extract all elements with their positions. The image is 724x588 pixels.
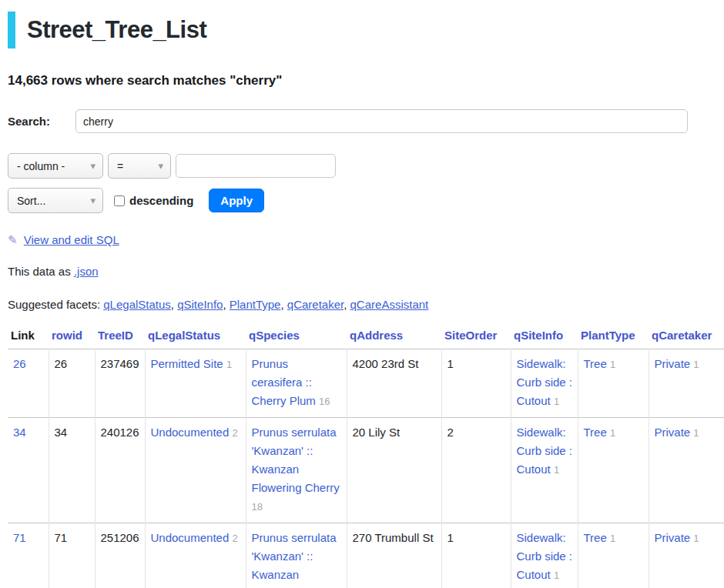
cell-treeid: 251206 <box>95 523 145 588</box>
site-info-link[interactable]: Sidewalk: Curb side : Cutout <box>517 531 573 581</box>
legal-status-link[interactable]: Permitted Site <box>151 357 223 370</box>
descending-checkbox[interactable] <box>114 195 125 206</box>
cell-address: 270 Trumbull St <box>347 523 441 588</box>
facet-count: 1 <box>554 570 559 581</box>
facet-count: 1 <box>610 533 615 544</box>
filter-row: - column - ▾ = ▾ <box>8 153 716 179</box>
sort-row: Sort... ▾ descending Apply <box>8 188 716 213</box>
facet-count: 1 <box>226 359 232 370</box>
row-link[interactable]: 71 <box>13 531 26 544</box>
plant-type-link[interactable]: Tree <box>584 426 607 439</box>
facet-count: 18 <box>252 501 263 513</box>
legal-status-link[interactable]: Undocumented <box>151 426 230 439</box>
data-as-text: This data as <box>8 265 71 278</box>
view-edit-sql-link[interactable]: View and edit SQL <box>24 233 119 246</box>
table-header-row: Link rowid TreeID qLegalStatus qSpecies … <box>8 326 724 349</box>
facet-separator: , <box>223 298 226 311</box>
cell-treeid: 237469 <box>95 349 145 418</box>
caretaker-link[interactable]: Private <box>655 357 691 370</box>
column-header-planttype[interactable]: PlantType <box>578 326 649 349</box>
sort-select-value: Sort... <box>17 195 45 207</box>
facet-separator: , <box>171 298 174 311</box>
column-header-qcaretaker[interactable]: qCaretaker <box>649 326 724 349</box>
column-select[interactable]: - column - ▾ <box>8 153 103 179</box>
data-export-row: This data as .json <box>8 265 716 278</box>
column-header-qsiteinfo[interactable]: qSiteInfo <box>511 326 578 349</box>
facets-prefix: Suggested facets: <box>8 298 100 311</box>
column-header-qaddress[interactable]: qAddress <box>347 326 441 349</box>
facet-count: 2 <box>232 427 237 439</box>
facet-count: 1 <box>693 427 699 439</box>
species-link[interactable]: Prunus serrulata 'Kwanzan' :: Kwanzan Fl… <box>252 426 340 494</box>
table-row: 26 26 237469 Permitted Site 1 Prunus cer… <box>8 349 724 418</box>
caretaker-link[interactable]: Private <box>655 531 691 544</box>
facet-count: 1 <box>554 464 559 476</box>
chevron-down-icon: ▾ <box>90 195 96 206</box>
facet-count: 16 <box>319 396 330 407</box>
column-header-link: Link <box>8 326 49 349</box>
cell-rowid: 26 <box>49 349 95 418</box>
plant-type-link[interactable]: Tree <box>584 531 607 544</box>
data-table: Link rowid TreeID qLegalStatus qSpecies … <box>8 326 724 588</box>
column-header-qspecies[interactable]: qSpecies <box>246 326 347 349</box>
caretaker-link[interactable]: Private <box>655 426 691 439</box>
facet-link-qcaretaker[interactable]: qCaretaker <box>287 298 344 311</box>
accent-bar <box>8 12 15 48</box>
facet-count: 1 <box>693 533 699 544</box>
facet-count: 1 <box>554 396 559 407</box>
operator-select-value: = <box>117 160 123 172</box>
column-select-value: - column - <box>17 160 65 172</box>
legal-status-link[interactable]: Undocumented <box>151 531 230 544</box>
sort-select[interactable]: Sort... ▾ <box>8 188 103 213</box>
species-link[interactable]: Prunus serrulata 'Kwanzan' :: Kwanzan Fl… <box>252 531 340 588</box>
cell-rowid: 34 <box>49 418 95 523</box>
column-header-qlegalstatus[interactable]: qLegalStatus <box>145 326 246 349</box>
facet-count: 1 <box>693 359 699 370</box>
column-header-siteorder[interactable]: SiteOrder <box>441 326 511 349</box>
apply-button[interactable]: Apply <box>209 189 264 212</box>
site-info-link[interactable]: Sidewalk: Curb side : Cutout <box>517 426 573 476</box>
cell-siteorder: 1 <box>441 523 511 588</box>
facet-count: 2 <box>232 533 237 544</box>
search-input[interactable] <box>75 109 688 133</box>
facet-link-qcareassistant[interactable]: qCareAssistant <box>350 298 429 311</box>
facets-row: Suggested facets: qLegalStatus, qSiteInf… <box>8 298 716 311</box>
sql-row: ✎ View and edit SQL <box>8 233 716 247</box>
pencil-icon: ✎ <box>8 233 18 246</box>
page-header: Street_Tree_List <box>8 12 716 48</box>
plant-type-link[interactable]: Tree <box>584 357 607 370</box>
cell-treeid: 240126 <box>95 418 145 523</box>
facet-link-planttype[interactable]: PlantType <box>230 298 281 311</box>
facet-count: 1 <box>610 359 615 370</box>
cell-siteorder: 1 <box>441 349 511 418</box>
filter-value-input[interactable] <box>176 154 336 178</box>
descending-label: descending <box>129 194 193 207</box>
cell-address: 20 Lily St <box>347 418 441 523</box>
json-link[interactable]: .json <box>74 265 99 278</box>
search-label: Search: <box>8 115 75 128</box>
rows-summary: 14,663 rows where search matches "cherry… <box>8 73 716 89</box>
column-header-treeid[interactable]: TreeID <box>95 326 145 349</box>
row-link[interactable]: 26 <box>13 357 26 370</box>
column-header-rowid[interactable]: rowid <box>49 326 95 349</box>
facet-link-qlegalstatus[interactable]: qLegalStatus <box>103 298 171 311</box>
table-row: 34 34 240126 Undocumented 2 Prunus serru… <box>8 418 724 523</box>
table-row: 71 71 251206 Undocumented 2 Prunus serru… <box>8 523 724 588</box>
operator-select[interactable]: = ▾ <box>108 153 171 179</box>
page-title: Street_Tree_List <box>27 12 206 48</box>
chevron-down-icon: ▾ <box>90 160 96 172</box>
facet-separator: , <box>344 298 347 311</box>
chevron-down-icon: ▾ <box>158 160 163 172</box>
cell-address: 4200 23rd St <box>347 349 441 418</box>
row-link[interactable]: 34 <box>13 426 26 439</box>
facet-separator: , <box>280 298 283 311</box>
species-link[interactable]: Prunus cerasifera :: Cherry Plum <box>252 357 316 407</box>
site-info-link[interactable]: Sidewalk: Curb side : Cutout <box>517 357 573 407</box>
cell-rowid: 71 <box>49 523 95 588</box>
facet-count: 1 <box>610 427 615 439</box>
facet-link-qsiteinfo[interactable]: qSiteInfo <box>177 298 223 311</box>
cell-siteorder: 2 <box>441 418 511 523</box>
search-form: Search: <box>8 109 716 133</box>
